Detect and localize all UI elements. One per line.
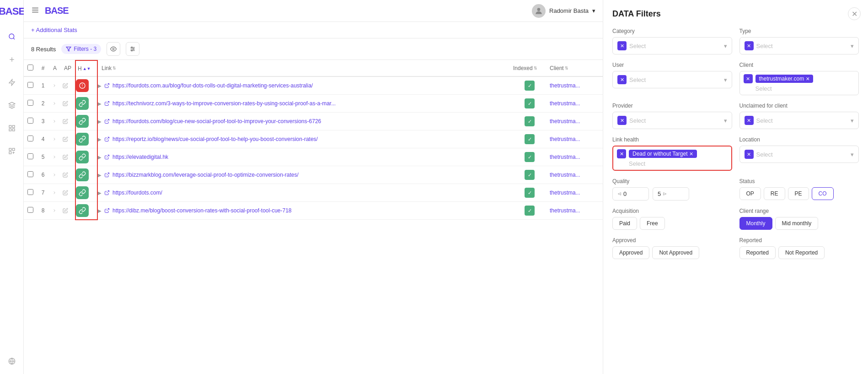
row-link[interactable]: https://reportz.io/blog/news/cue-social-…: [104, 136, 318, 142]
row-checkbox[interactable]: [27, 153, 33, 159]
row-checkbox[interactable]: [27, 189, 33, 195]
layers-icon[interactable]: [5, 98, 19, 113]
row-expand-icon[interactable]: [49, 152, 59, 162]
search-icon[interactable]: [5, 29, 19, 44]
close-filters-button[interactable]: ✕: [848, 7, 861, 20]
col-link[interactable]: Link ⇅: [97, 60, 511, 76]
row-checkbox[interactable]: [27, 171, 33, 177]
user-select[interactable]: ✕ Select ▾: [612, 71, 732, 88]
type-select[interactable]: ✕ Select ▾: [739, 37, 859, 54]
row-checkbox[interactable]: [27, 100, 33, 106]
category-select[interactable]: ✕ Select ▾: [612, 37, 732, 54]
settings-button[interactable]: [126, 42, 139, 56]
status-re-button[interactable]: RE: [764, 187, 785, 200]
row-link-expand-icon[interactable]: ▶: [98, 101, 102, 106]
row-edit-icon[interactable]: [60, 81, 70, 91]
category-clear-button[interactable]: ✕: [617, 41, 627, 50]
unclaimed-select[interactable]: ✕ Select ▾: [739, 112, 859, 129]
h-badge-green[interactable]: [76, 186, 89, 199]
h-badge-green[interactable]: [76, 97, 89, 110]
row-link-expand-icon[interactable]: ▶: [98, 208, 102, 213]
row-checkbox[interactable]: [27, 136, 33, 141]
row-link-expand-icon[interactable]: ▶: [98, 155, 102, 160]
row-expand-icon[interactable]: [49, 206, 59, 216]
row-expand-icon[interactable]: [49, 188, 59, 198]
type-clear-button[interactable]: ✕: [745, 41, 754, 50]
link-health-clear-button[interactable]: ✕: [617, 149, 626, 158]
location-clear-button[interactable]: ✕: [745, 150, 754, 159]
row-link[interactable]: https://dibz.me/blog/boost-conversion-ra…: [104, 207, 292, 214]
row-checkbox[interactable]: [27, 207, 33, 213]
user-clear-button[interactable]: ✕: [617, 75, 627, 84]
h-badge-green[interactable]: [76, 115, 89, 128]
row-num: 6: [37, 166, 49, 184]
unclaimed-clear-button[interactable]: ✕: [745, 116, 754, 125]
row-link-expand-icon[interactable]: ▶: [98, 173, 102, 178]
approved-button[interactable]: Approved: [612, 246, 649, 259]
acquisition-free-button[interactable]: Free: [640, 217, 665, 230]
row-link[interactable]: https://elevatedigital.hk: [104, 154, 168, 160]
col-h[interactable]: H ▲▼: [75, 60, 97, 76]
row-expand-icon[interactable]: [49, 98, 59, 108]
lightning-icon[interactable]: [5, 75, 19, 90]
row-link-expand-icon[interactable]: ▶: [98, 190, 102, 195]
client-range-monthly-button[interactable]: Monthly: [739, 217, 772, 230]
layout-icon[interactable]: [5, 121, 19, 136]
row-checkbox[interactable]: [27, 118, 33, 124]
add-icon[interactable]: [5, 52, 19, 67]
user-menu[interactable]: Radomir Basta ▾: [532, 4, 595, 18]
status-op-button[interactable]: OP: [739, 187, 761, 200]
row-link[interactable]: https://fourdots.com/: [104, 190, 162, 196]
visibility-button[interactable]: [107, 42, 120, 56]
quality-min-input[interactable]: ⊲ 0: [612, 187, 649, 201]
chart-icon[interactable]: [5, 144, 19, 158]
select-all-checkbox[interactable]: [27, 65, 33, 70]
col-client[interactable]: Client ⇅: [548, 60, 603, 76]
client-tag-remove[interactable]: ×: [806, 76, 809, 82]
row-edit-icon[interactable]: [60, 170, 70, 180]
globe-icon[interactable]: [5, 354, 19, 369]
location-select[interactable]: ✕ Select ▾: [739, 146, 859, 163]
status-co-button[interactable]: CO: [812, 187, 834, 200]
provider-select[interactable]: ✕ Select ▾: [612, 112, 732, 129]
link-health-tag-remove[interactable]: ×: [690, 151, 693, 157]
row-expand-icon[interactable]: [49, 170, 59, 180]
row-link[interactable]: https://technivorz.com/3-ways-to-improve…: [104, 100, 336, 107]
row-expand-icon[interactable]: [49, 116, 59, 126]
row-edit-icon[interactable]: [60, 188, 70, 198]
col-indexed[interactable]: Indexed ⇅: [511, 60, 548, 76]
row-expand-icon[interactable]: [49, 81, 59, 91]
h-badge-green[interactable]: [76, 168, 89, 181]
menu-toggle-icon[interactable]: [31, 6, 39, 16]
row-link-expand-icon[interactable]: ▶: [98, 119, 102, 124]
row-edit-icon[interactable]: [60, 134, 70, 144]
row-link-expand-icon[interactable]: ▶: [98, 83, 102, 88]
add-stats-button[interactable]: + Additional Stats: [31, 27, 77, 33]
link-health-select[interactable]: ✕ Dead or without Target × Select: [612, 146, 732, 171]
row-link-expand-icon[interactable]: ▶: [98, 137, 102, 142]
h-badge-green[interactable]: [76, 133, 89, 146]
row-link[interactable]: https://fourdots.com/blog/cue-new-social…: [104, 118, 321, 125]
h-badge-green[interactable]: [76, 204, 89, 217]
acquisition-paid-button[interactable]: Paid: [612, 217, 637, 230]
row-h-cell: [75, 130, 97, 148]
provider-clear-button[interactable]: ✕: [617, 116, 627, 125]
not-approved-button[interactable]: Not Approved: [652, 246, 699, 259]
h-badge-green[interactable]: [76, 151, 89, 163]
row-link[interactable]: https://fourdots.com.au/blog/four-dots-r…: [104, 82, 313, 89]
row-checkbox[interactable]: [27, 82, 33, 88]
not-reported-button[interactable]: Not Reported: [778, 246, 825, 259]
client-range-mid-monthly-button[interactable]: Mid monthly: [775, 217, 819, 230]
filters-button[interactable]: Filters - 3: [61, 44, 101, 54]
row-expand-icon[interactable]: [49, 134, 59, 144]
row-edit-icon[interactable]: [60, 116, 70, 126]
client-select[interactable]: ✕ thetrustmaker.com × Select: [739, 71, 859, 95]
row-link[interactable]: https://bizzmarkblog.com/leverage-social…: [104, 172, 299, 178]
row-edit-icon[interactable]: [60, 98, 70, 108]
reported-button[interactable]: Reported: [739, 246, 776, 259]
quality-max-input[interactable]: 5 ⊳: [653, 187, 689, 201]
row-edit-icon[interactable]: [60, 206, 70, 216]
row-edit-icon[interactable]: [60, 152, 70, 162]
client-clear-button[interactable]: ✕: [744, 74, 753, 83]
status-pe-button[interactable]: PE: [788, 187, 809, 200]
